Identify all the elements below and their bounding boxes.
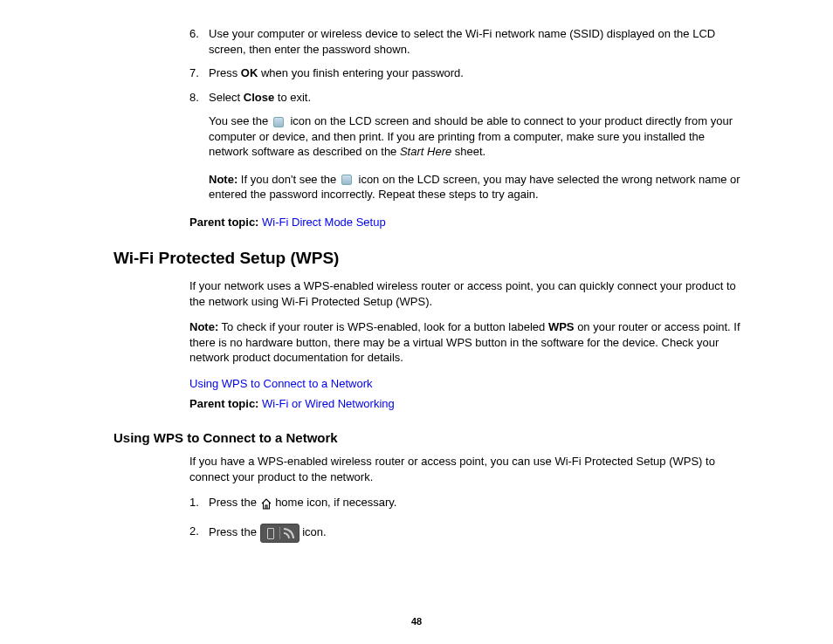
wps-body-text: If you have a WPS-enabled wireless route…	[189, 454, 742, 484]
list-item: 1. Press the home icon, if necessary.	[189, 495, 742, 510]
page-number: 48	[0, 615, 833, 628]
list-item: 2. Press the icon.	[189, 524, 742, 543]
item-number: 7.	[189, 65, 199, 81]
list-item: 7. Press OK when you finish entering you…	[189, 65, 742, 81]
note-text: Note: If you don't see the icon on the L…	[209, 172, 742, 202]
item-text: Press the icon.	[209, 525, 327, 538]
parent-topic-link[interactable]: Wi-Fi Direct Mode Setup	[262, 216, 386, 229]
list-item: 8. Select Close to exit.	[189, 90, 742, 106]
parent-topic: Parent topic: Wi-Fi or Wired Networking	[189, 396, 742, 412]
home-icon	[260, 496, 272, 511]
item-text: Select Close to exit.	[209, 91, 311, 104]
item-text: Press the home icon, if necessary.	[209, 496, 396, 509]
item-number: 2.	[189, 524, 199, 539]
list-item: 6. Use your computer or wireless device …	[189, 26, 742, 57]
topic-link-using-wps[interactable]: Using WPS to Connect to a Network	[189, 377, 373, 390]
item-number: 1.	[189, 495, 199, 510]
item-text: Press OK when you finish entering your p…	[209, 66, 464, 79]
parent-topic-link[interactable]: Wi-Fi or Wired Networking	[262, 397, 395, 410]
subsection-heading-using-wps: Using WPS to Connect to a Network	[114, 429, 742, 447]
item-text: Use your computer or wireless device to …	[209, 27, 715, 56]
note-text: Note: To check if your router is WPS-ena…	[189, 319, 742, 366]
item-number: 8.	[189, 90, 199, 106]
parent-topic: Parent topic: Wi-Fi Direct Mode Setup	[189, 215, 742, 230]
wifi-direct-icon	[272, 116, 287, 128]
result-text: You see the icon on the LCD screen and s…	[209, 113, 742, 160]
section-heading-wps: Wi-Fi Protected Setup (WPS)	[114, 247, 742, 270]
wps-intro-text: If your network uses a WPS-enabled wirel…	[189, 278, 742, 309]
wifi-direct-icon	[340, 174, 355, 186]
network-status-icon	[260, 524, 299, 543]
wps-steps-list: 1. Press the home icon, if necessary. 2.…	[189, 495, 742, 542]
instruction-list: 6. Use your computer or wireless device …	[189, 26, 742, 105]
item-number: 6.	[189, 26, 199, 42]
